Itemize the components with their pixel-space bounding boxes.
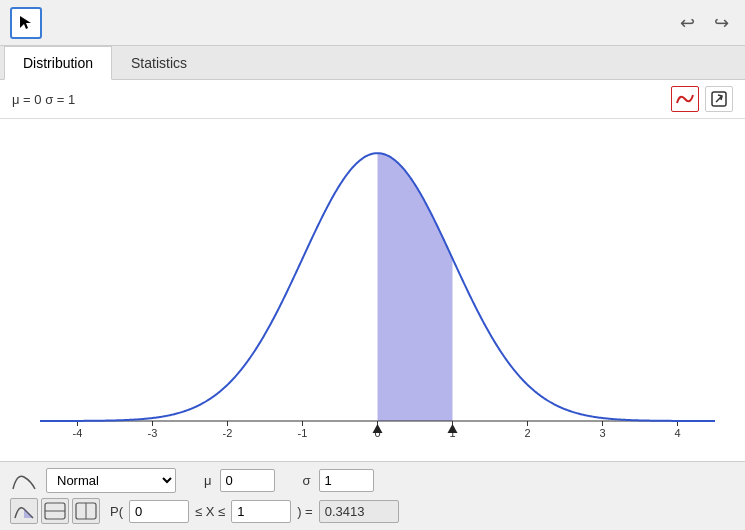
prob-upper-input[interactable] (231, 500, 291, 523)
tab-statistics[interactable]: Statistics (112, 46, 206, 80)
curve-icon (11, 471, 37, 491)
prob-mode-btn-1[interactable] (10, 498, 38, 524)
cursor-tool-button[interactable] (10, 7, 42, 39)
wave-function-button[interactable] (671, 86, 699, 112)
control-row-1: NormaltChi-SquareFExponentialUniform μ σ (10, 468, 735, 493)
bottom-controls: NormaltChi-SquareFExponentialUniform μ σ (0, 461, 745, 530)
toolbar-right: ↩ ↪ (673, 9, 735, 37)
formula-text: μ = 0 σ = 1 (12, 92, 75, 107)
sigma-label: σ (303, 473, 311, 488)
distribution-icon (10, 469, 38, 493)
export-button[interactable] (705, 86, 733, 112)
chart-area (0, 119, 745, 461)
prob-icon-2 (44, 502, 66, 520)
redo-button[interactable]: ↪ (707, 9, 735, 37)
prob-lower-input[interactable] (129, 500, 189, 523)
toolbar: ↩ ↪ (0, 0, 745, 46)
prob-leq-label: ≤ X ≤ (195, 504, 225, 519)
main-container: ↩ ↪ Distribution Statistics μ = 0 σ = 1 (0, 0, 745, 530)
prob-mode-btn-3[interactable] (72, 498, 100, 524)
formula-icons (671, 86, 733, 112)
mu-input[interactable] (220, 469, 275, 492)
tab-distribution[interactable]: Distribution (4, 46, 112, 80)
prob-result-input (319, 500, 399, 523)
svg-marker-0 (20, 16, 31, 29)
distribution-select[interactable]: NormaltChi-SquareFExponentialUniform (46, 468, 176, 493)
undo-button[interactable]: ↩ (673, 9, 701, 37)
toolbar-left (10, 7, 42, 39)
prob-p-label: P( (110, 504, 123, 519)
export-icon (711, 91, 727, 107)
prob-icon-1 (13, 502, 35, 520)
mu-label: μ (204, 473, 212, 488)
cursor-icon (18, 15, 34, 31)
prob-icon-3 (75, 502, 97, 520)
prob-equals-label: ) = (297, 504, 313, 519)
control-row-2: P( ≤ X ≤ ) = (10, 498, 735, 524)
formula-bar: μ = 0 σ = 1 (0, 80, 745, 119)
wave-icon (675, 91, 695, 107)
bell-curve-canvas (0, 119, 745, 461)
sigma-input[interactable] (319, 469, 374, 492)
prob-mode-btn-2[interactable] (41, 498, 69, 524)
tabs-row: Distribution Statistics (0, 46, 745, 80)
